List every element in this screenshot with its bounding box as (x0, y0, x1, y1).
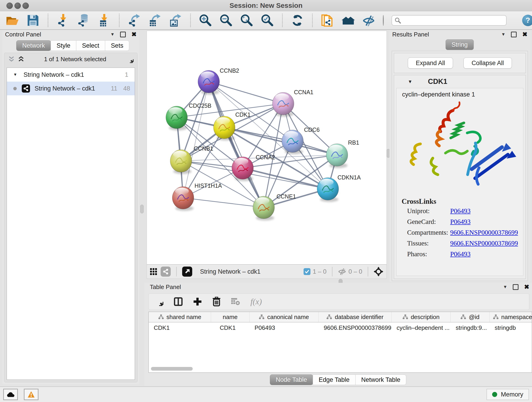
export-image-icon[interactable] (169, 14, 182, 27)
panel-menu-icon[interactable]: ▼ (503, 284, 507, 289)
crosslink-row: Tissues: 9606.ENSP00000378699 (397, 238, 523, 249)
table-settings-gear-icon[interactable] (155, 297, 163, 306)
network-list-box: 1 of 1 Network selected ▼ String Network… (4, 53, 138, 382)
import-network-icon[interactable] (57, 14, 70, 27)
network-node-CDK1[interactable] (214, 116, 235, 140)
network-collection-row[interactable]: ▼ String Network – cdk1 1 (7, 68, 135, 82)
selected-checkbox-icon[interactable] (304, 268, 310, 275)
column-header[interactable]: namespace (490, 312, 532, 322)
expand-all-icon[interactable] (18, 56, 25, 63)
crosshair-icon[interactable] (374, 267, 383, 276)
tab-node-table[interactable]: Node Table (270, 375, 313, 385)
function-builder-icon[interactable]: f(x) (250, 297, 262, 306)
panel-close-icon[interactable]: ✖ (524, 283, 529, 291)
network-canvas-svg: CCNB2CCNA1CDC25BCDK1CDC6RB1CCNB1CCNA2CDK… (147, 31, 386, 264)
svg-text:CCNB1: CCNB1 (194, 145, 213, 152)
footer-separator (176, 267, 177, 276)
section-collapse-icon[interactable]: ▼ (408, 79, 412, 84)
pharos-link[interactable]: P06493 (450, 249, 471, 259)
footer-separator (368, 267, 368, 276)
network-node-HIST1H1A[interactable] (172, 186, 194, 211)
add-column-icon[interactable] (193, 297, 202, 306)
control-panel-title: Control Panel (5, 31, 41, 38)
column-header[interactable]: name (211, 312, 249, 322)
panel-close-icon[interactable]: ✖ (522, 31, 527, 38)
import-table-icon[interactable] (98, 14, 111, 27)
save-session-icon[interactable] (27, 14, 39, 27)
control-panel: Control Panel ▼ ✖ Network Style Select S… (2, 30, 139, 384)
zoom-selected-icon[interactable] (261, 14, 274, 27)
open-session-icon[interactable] (6, 14, 19, 27)
left-splitter-handle[interactable] (140, 205, 144, 213)
network-node-CCNB2[interactable] (198, 70, 220, 95)
thumbnail-grid-icon[interactable] (150, 268, 157, 275)
column-header[interactable]: shared name (149, 312, 211, 322)
collapse-all-icon[interactable] (8, 56, 15, 63)
column-header[interactable]: canonical name (249, 312, 319, 322)
warnings-button[interactable] (24, 389, 38, 400)
cloud-button[interactable] (3, 389, 18, 400)
zoom-out-icon[interactable] (220, 14, 233, 27)
hide-selected-icon[interactable] (362, 14, 375, 27)
collapse-all-button[interactable]: Collapse All (463, 57, 512, 69)
panel-menu-icon[interactable]: ▼ (110, 32, 115, 37)
tissues-link[interactable]: 9606.ENSP00000378699 (450, 238, 518, 249)
window-close-button[interactable] (6, 2, 13, 9)
delete-column-icon[interactable] (212, 297, 221, 306)
svg-text:CDK1: CDK1 (235, 111, 251, 118)
table-row[interactable]: CDK1 CDK1 P06493 9606.ENSP00000378699 cy… (149, 322, 532, 333)
results-panel: Results Panel ▼ ✖ String Expand All Coll… (389, 30, 530, 282)
horizontal-scrollbar-thumb[interactable] (151, 367, 193, 370)
uniprot-link[interactable]: P06493 (450, 206, 471, 216)
first-neighbors-icon[interactable] (342, 14, 355, 27)
network-node-CDC25B[interactable] (166, 106, 187, 130)
duplicate-network-icon[interactable] (321, 14, 334, 27)
network-node-RB1[interactable] (326, 144, 348, 168)
expand-all-button[interactable]: Expand All (408, 57, 453, 69)
panel-float-icon[interactable] (120, 32, 126, 37)
delete-table-icon[interactable] (231, 298, 240, 305)
network-node-CCNB1[interactable] (170, 150, 192, 174)
network-view-canvas[interactable]: CCNB2CCNA1CDC25BCDK1CDC6RB1CCNB1CCNA2CDK… (147, 31, 387, 264)
import-database-icon[interactable] (77, 14, 90, 27)
tab-network[interactable]: Network (16, 40, 51, 51)
window-minimize-button[interactable] (14, 2, 21, 9)
column-header[interactable]: database identifier (319, 312, 392, 322)
network-node-CDKN1A[interactable] (317, 178, 339, 202)
tab-select[interactable]: Select (76, 40, 105, 51)
search-input[interactable] (392, 15, 507, 26)
panel-close-icon[interactable]: ✖ (131, 31, 137, 38)
tab-edge-table[interactable]: Edge Table (313, 375, 355, 385)
tab-style[interactable]: Style (51, 40, 76, 51)
panel-menu-icon[interactable]: ▼ (501, 32, 506, 37)
birdseye-toggle-icon[interactable] (182, 267, 192, 277)
tree-expand-icon[interactable]: ▼ (13, 72, 17, 77)
tree-column-icon (326, 314, 332, 320)
panel-float-icon[interactable] (511, 32, 517, 37)
column-header[interactable]: @id (451, 312, 490, 322)
table-type-tabs: Node Table Edge Table Network Table (144, 375, 532, 385)
network-row[interactable]: String Network – cdk1 11 48 (7, 82, 135, 95)
export-table-icon[interactable] (148, 14, 161, 27)
export-network-icon[interactable] (128, 14, 141, 27)
genecard-link[interactable]: P06493 (450, 216, 471, 227)
zoom-in-icon[interactable] (199, 14, 212, 27)
refresh-icon[interactable] (291, 14, 304, 27)
tab-sets[interactable]: Sets (105, 40, 129, 51)
compartments-link[interactable]: 9606.ENSP00000378699 (450, 227, 518, 238)
tab-network-table[interactable]: Network Table (355, 375, 406, 385)
show-all-icon[interactable] (383, 15, 384, 26)
window-zoom-button[interactable] (22, 2, 29, 9)
show-columns-icon[interactable] (174, 297, 183, 306)
network-node-CCNA1[interactable] (272, 92, 294, 117)
panel-float-icon[interactable] (513, 284, 519, 290)
tree-column-icon (461, 314, 466, 320)
memory-button[interactable]: Memory (487, 389, 529, 400)
tab-string[interactable]: String (446, 39, 474, 50)
network-share-icon[interactable] (161, 267, 171, 277)
options-gear-icon[interactable] (126, 55, 133, 63)
column-header[interactable]: description (392, 312, 451, 322)
help-button[interactable]: ? (522, 15, 532, 26)
network-node-CCNE1[interactable] (253, 196, 274, 220)
zoom-fit-icon[interactable] (240, 14, 253, 27)
